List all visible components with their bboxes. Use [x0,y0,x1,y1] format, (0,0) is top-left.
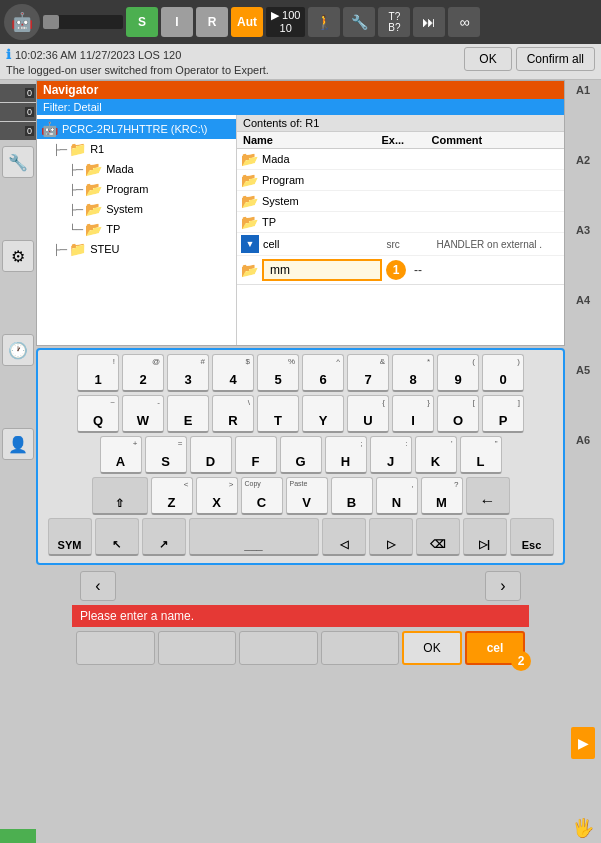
key-right[interactable]: ▷ [369,518,413,556]
key-i[interactable]: }I [392,395,434,433]
nav-right-btn[interactable]: › [485,571,521,601]
folder-system-icon: 📂 [85,201,102,217]
skip-btn[interactable]: ⏭ [413,7,445,37]
left-btn-3[interactable]: 🕐 [2,334,34,366]
key-k[interactable]: 'K [415,436,457,474]
key-upright[interactable]: ↗ [142,518,186,556]
left-btn-4[interactable]: 👤 [2,428,34,460]
nav-content: 🤖 PCRC-2RL7HHTTRE (KRC:\) ├─ 📁 R1 ├─ 📂 M… [37,115,564,345]
key-left[interactable]: ◁ [322,518,366,556]
key-5[interactable]: %5 [257,354,299,392]
key-del[interactable]: ⌫ [416,518,460,556]
right-label-a2: A2 [576,154,590,166]
key-w[interactable]: -W [122,395,164,433]
folder-tp-icon: 📂 [85,221,102,237]
confirm-all-button[interactable]: Confirm all [516,47,595,71]
key-space[interactable]: ___ [189,518,319,556]
keyboard-container: !1 @2 #3 $4 %5 ^6 &7 *8 (9 )0 ~Q -W E \R [36,348,565,565]
key-r[interactable]: \R [212,395,254,433]
status-ok-button[interactable]: OK [464,47,511,71]
key-backspace[interactable]: ← [466,477,510,515]
key-o[interactable]: [O [437,395,479,433]
key-shift[interactable]: ⇧ [92,477,148,515]
key-sym[interactable]: SYM [48,518,92,556]
contents-system[interactable]: 📂 System [237,191,564,212]
contents-mada[interactable]: 📂 Mada [237,149,564,170]
key-s[interactable]: =S [145,436,187,474]
key-z[interactable]: <Z [151,477,193,515]
name-input[interactable] [262,259,382,281]
info-icon: ℹ [6,47,11,62]
contents-program[interactable]: 📂 Program [237,170,564,191]
key-4[interactable]: $4 [212,354,254,392]
key-m[interactable]: ?M [421,477,463,515]
btn-aut[interactable]: Aut [231,7,263,37]
btn-r[interactable]: R [196,7,228,37]
key-x[interactable]: >X [196,477,238,515]
tree-item-program[interactable]: ├─ 📂 Program [37,179,236,199]
speed-display: ▶ 100 10 [266,7,305,37]
left-btn-1[interactable]: 🔧 [2,146,34,178]
key-t[interactable]: T [257,395,299,433]
key-0[interactable]: )0 [482,354,524,392]
key-g[interactable]: G [280,436,322,474]
key-1[interactable]: !1 [77,354,119,392]
btn-i[interactable]: I [161,7,193,37]
action-btn-3[interactable] [239,631,318,665]
contents-cell[interactable]: ▼ cell src HANDLER on external . [237,233,564,256]
tree-item-tp[interactable]: └─ 📂 TP [37,219,236,239]
key-v[interactable]: PasteV [286,477,328,515]
key-h[interactable]: ;H [325,436,367,474]
key-l[interactable]: "L [460,436,502,474]
cancel-action-button[interactable]: cel 2 [465,631,525,665]
bottom-nav: ‹ › [72,567,529,605]
action-btn-4[interactable] [321,631,400,665]
contents-tp[interactable]: 📂 TP [237,212,564,233]
key-8[interactable]: *8 [392,354,434,392]
contents-panel: Contents of: R1 Name Ex... Comment 📂 Mad… [237,115,564,345]
walk-icon-btn[interactable]: 🚶 [308,7,340,37]
key-6[interactable]: ^6 [302,354,344,392]
ok-action-button[interactable]: OK [402,631,462,665]
key-d[interactable]: D [190,436,232,474]
key-y[interactable]: Y [302,395,344,433]
key-upleft[interactable]: ↖ [95,518,139,556]
key-u[interactable]: {U [347,395,389,433]
status-buttons: OK Confirm all [464,47,595,71]
tree-item-steu[interactable]: ├─ 📁 STEU [37,239,236,259]
tool-icon-btn[interactable]: 🔧 [343,7,375,37]
badge-2: 2 [511,651,531,671]
key-7[interactable]: &7 [347,354,389,392]
key-b[interactable]: B [331,477,373,515]
action-btn-1[interactable] [76,631,155,665]
key-c[interactable]: CopyC [241,477,283,515]
key-9[interactable]: (9 [437,354,479,392]
tree-root[interactable]: 🤖 PCRC-2RL7HHTTRE (KRC:\) [37,119,236,139]
right-arrow-button[interactable]: ▶ [571,727,595,759]
key-p[interactable]: ]P [482,395,524,433]
key-j[interactable]: :J [370,436,412,474]
key-2[interactable]: @2 [122,354,164,392]
tree-item-system[interactable]: ├─ 📂 System [37,199,236,219]
new-folder-icon: 📂 [241,262,258,278]
tree-item-mada[interactable]: ├─ 📂 Mada [37,159,236,179]
key-q[interactable]: ~Q [77,395,119,433]
nav-left-btn[interactable]: ‹ [80,571,116,601]
inf-btn[interactable]: ∞ [448,7,480,37]
content-wrapper: 0 0 0 🔧 ⚙ 🕐 👤 Navigator Filter: Detail [0,80,601,843]
robot-icon: 🤖 [4,4,40,40]
key-e[interactable]: E [167,395,209,433]
indicator-2: 0 [0,122,36,140]
btn-s[interactable]: S [126,7,158,37]
question-btn[interactable]: T?B? [378,7,410,37]
left-btn-2[interactable]: ⚙ [2,240,34,272]
tree-item-r1[interactable]: ├─ 📁 R1 [37,139,236,159]
key-f[interactable]: F [235,436,277,474]
key-a[interactable]: +A [100,436,142,474]
key-esc[interactable]: Esc [510,518,554,556]
action-btn-2[interactable] [158,631,237,665]
key-3[interactable]: #3 [167,354,209,392]
key-end[interactable]: ▷| [463,518,507,556]
key-n[interactable]: ,N [376,477,418,515]
left-sidebar: 0 0 0 🔧 ⚙ 🕐 👤 [0,80,36,843]
